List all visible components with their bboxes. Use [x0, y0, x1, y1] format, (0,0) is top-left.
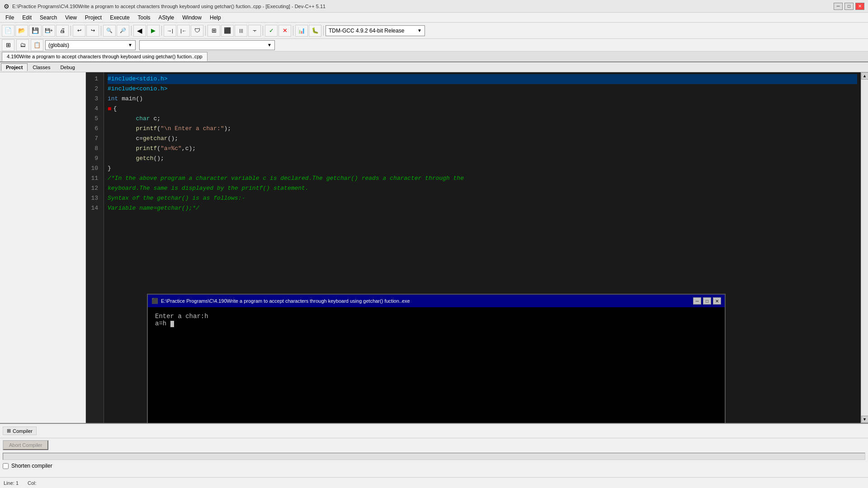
console-body[interactable]: Enter a char:h a=h [148, 307, 725, 423]
replace-button[interactable]: 🔎 [117, 25, 129, 37]
console-cursor [170, 321, 174, 327]
scrollbar-right[interactable]: ▲ ▼ [861, 72, 868, 423]
columns3-button[interactable]: ⫟ [248, 25, 261, 37]
scope-dropdown[interactable]: (globals) ▼ [45, 40, 136, 50]
scroll-up-arrow[interactable]: ▲ [861, 72, 868, 80]
check-button[interactable]: ✓ [265, 25, 278, 37]
toolbar-sep-4 [161, 26, 162, 36]
shorten-compiler-checkbox[interactable] [3, 463, 9, 469]
scroll-track[interactable] [862, 80, 868, 416]
bottom-panel: ⊞ Compiler Abort Compiler Shorten compil… [0, 423, 868, 477]
line-numbers: 1 2 3 4 5 6 7 8 9 10 11 12 13 [86, 72, 104, 423]
split-button[interactable]: ⬛ [221, 25, 234, 37]
compiler-dropdown-arrow: ▼ [417, 28, 422, 33]
toolbar-sep-7 [293, 26, 293, 36]
progress-bar [3, 453, 865, 460]
compiler-tab-label: Compiler [13, 428, 33, 434]
run-button[interactable]: ▶ [147, 25, 160, 37]
indent-button[interactable]: →| [164, 25, 176, 37]
toolbar-sep-8 [323, 26, 324, 36]
menu-tools[interactable]: Tools [134, 14, 154, 22]
global-var-button[interactable]: 📋 [31, 39, 43, 51]
toolbar-sep-1 [71, 26, 71, 36]
bug-button[interactable]: 🐛 [309, 25, 321, 37]
editor-container: 1 2 3 4 5 6 7 8 9 10 11 12 13 [86, 72, 868, 423]
compile-button[interactable]: ◀ [133, 25, 146, 37]
stop-button[interactable]: ✕ [278, 25, 291, 37]
unindent-button[interactable]: |← [177, 25, 190, 37]
chart-button[interactable]: 📊 [295, 25, 308, 37]
code-line-6: printf ( "\n Enter a char:" ); [108, 124, 857, 134]
abort-row: Abort Compiler [0, 438, 868, 452]
search-button[interactable]: 🔍 [103, 25, 116, 37]
console-minimize-button[interactable]: ─ [693, 297, 701, 305]
status-bar: Line: 1 Col: [0, 477, 868, 488]
console-close-button[interactable]: ✕ [713, 297, 721, 305]
subtab-debug[interactable]: Debug [55, 63, 80, 71]
compiler-tab[interactable]: ⊞ Compiler [3, 427, 37, 435]
undo-button[interactable]: ↩ [73, 25, 85, 37]
open-button[interactable]: 📂 [15, 25, 28, 37]
class-wizard-button[interactable]: ⊞ [2, 39, 14, 51]
console-output-line2: a=h [155, 320, 717, 327]
scope-dropdown-arrow: ▼ [128, 42, 132, 47]
save-all-button[interactable]: 💾+ [42, 25, 55, 37]
menu-window[interactable]: Window [179, 14, 205, 22]
menu-bar: File Edit Search View Project Execute To… [0, 13, 868, 23]
console-title: E:\Practice Programs\C\4.190Write a prog… [161, 298, 410, 304]
toolbar-sep-2 [101, 26, 101, 36]
toolbar2: ⊞ 🗂 📋 (globals) ▼ ▼ [0, 39, 868, 52]
console-titlebar: ⬛ E:\Practice Programs\C\4.190Write a pr… [148, 295, 725, 307]
menu-search[interactable]: Search [36, 14, 61, 22]
code-line-13: Syntax of the getchar() is as follows:- [108, 193, 857, 203]
menu-astyle[interactable]: AStyle [155, 14, 178, 22]
maximize-button[interactable]: □ [844, 3, 854, 10]
code-line-11: /*In the above program a character varia… [108, 174, 857, 183]
code-line-1: #include<stdio.h> [108, 74, 857, 84]
columns-button[interactable]: ⫼ [235, 25, 247, 37]
code-line-9: getch (); [108, 154, 857, 164]
subtab-classes[interactable]: Classes [28, 63, 55, 71]
console-icon: ⬛ [151, 298, 158, 304]
toolbar-sep-6 [263, 26, 263, 36]
bottom-tabs: ⊞ Compiler [0, 424, 868, 438]
subtabs: Project Classes Debug [0, 62, 868, 72]
new-button[interactable]: 📄 [2, 25, 14, 37]
print-button[interactable]: 🖨 [56, 25, 69, 37]
menu-edit[interactable]: Edit [19, 14, 35, 22]
code-line-7: c= getchar (); [108, 134, 857, 144]
breakpoint-icon: ■ [108, 104, 111, 114]
member-dropdown-arrow: ▼ [267, 42, 272, 47]
subtab-project[interactable]: Project [1, 63, 28, 71]
menu-project[interactable]: Project [81, 14, 105, 22]
abort-compiler-button[interactable]: Abort Compiler [3, 440, 48, 450]
shield-icon: 🛡 [191, 25, 203, 37]
console-maximize-button[interactable]: □ [703, 297, 711, 305]
scroll-down-arrow[interactable]: ▼ [861, 416, 868, 423]
code-line-2: #include<conio.h> [108, 84, 857, 94]
title-bar-title: E:\Practice Programs\C\4.190Write a prog… [12, 4, 326, 9]
code-line-12: keyboard.The same is displayed by the pr… [108, 183, 857, 193]
tabs-row: 4.190Write a program to accept character… [0, 52, 868, 62]
compiler-tab-icon: ⊞ [7, 428, 11, 434]
menu-help[interactable]: Help [206, 14, 225, 22]
menu-file[interactable]: File [2, 14, 18, 22]
class-browser-button[interactable]: 🗂 [16, 39, 29, 51]
menu-view[interactable]: View [61, 14, 80, 22]
member-dropdown[interactable]: ▼ [139, 40, 275, 50]
shorten-row: Shorten compiler [0, 461, 868, 471]
compiler-dropdown[interactable]: TDM-GCC 4.9.2 64-bit Release ▼ [326, 25, 425, 36]
grid-view-button[interactable]: ⊞ [208, 25, 220, 37]
minimize-button[interactable]: ─ [834, 3, 843, 10]
active-tab[interactable]: 4.190Write a program to accept character… [2, 52, 208, 61]
save-button[interactable]: 💾 [29, 25, 42, 37]
redo-button[interactable]: ↪ [86, 25, 99, 37]
code-line-5: char c; [108, 114, 857, 124]
code-line-3: int main() [108, 94, 857, 104]
toolbar-sep-5 [205, 26, 206, 36]
toolbar: 📄 📂 💾 💾+ 🖨 ↩ ↪ 🔍 🔎 ◀ ▶ →| |← 🛡 ⊞ ⬛ ⫼ ⫟ ✓… [0, 23, 868, 39]
menu-execute[interactable]: Execute [106, 14, 133, 22]
close-button[interactable]: ✕ [855, 3, 864, 10]
console-window: ⬛ E:\Practice Programs\C\4.190Write a pr… [147, 294, 726, 423]
code-line-8: printf ( "a=%c" ,c); [108, 144, 857, 154]
